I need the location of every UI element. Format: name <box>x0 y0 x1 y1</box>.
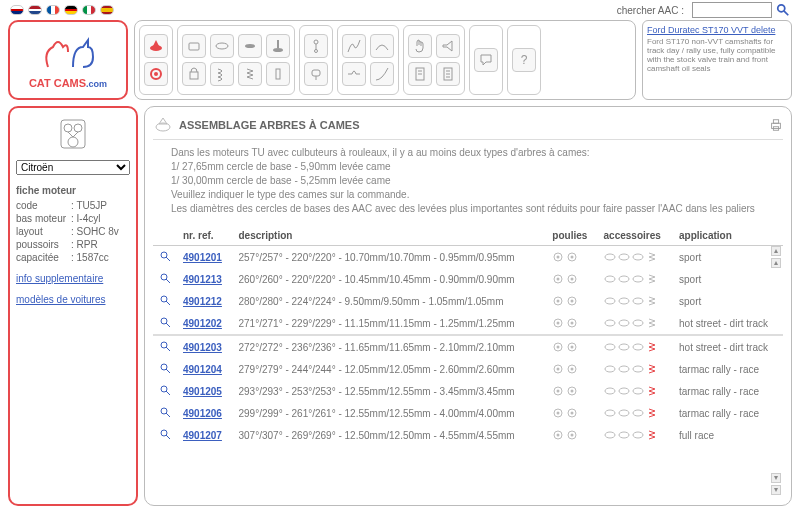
flag-uk[interactable] <box>10 5 24 15</box>
print-icon[interactable] <box>769 118 783 132</box>
pulley-icons[interactable] <box>552 408 591 418</box>
svg-point-101 <box>557 412 560 415</box>
svg-point-40 <box>571 256 574 259</box>
magnify-icon[interactable] <box>159 406 171 418</box>
tool-doc-icon[interactable] <box>408 62 432 86</box>
tool-curve1-icon[interactable] <box>342 34 366 58</box>
accessory-icons[interactable] <box>604 342 667 352</box>
search-icon[interactable] <box>776 3 790 17</box>
ref-link[interactable]: 4901212 <box>183 296 222 307</box>
tool-cam-red-icon[interactable] <box>144 34 168 58</box>
tool-megaphone-icon[interactable] <box>436 34 460 58</box>
tool-rod-icon[interactable] <box>304 34 328 58</box>
sidebar: Citroën fiche moteur code: TU5JPbas mote… <box>8 106 138 506</box>
svg-point-79 <box>633 344 643 350</box>
flag-es[interactable] <box>100 5 114 15</box>
cell-description: 271°/271° - 229°/229° - 11.15mm/11.15mm … <box>232 312 546 335</box>
tool-curve4-icon[interactable] <box>370 62 394 86</box>
magnify-icon[interactable] <box>159 340 171 352</box>
accessory-icons[interactable] <box>604 386 667 396</box>
pulley-icons[interactable] <box>552 364 591 374</box>
tool-shim-icon[interactable] <box>238 34 262 58</box>
ref-link[interactable]: 4901202 <box>183 318 222 329</box>
accessory-icons[interactable] <box>604 252 667 262</box>
accessory-icons[interactable] <box>604 318 667 328</box>
cell-application: hot street - dirt track <box>673 336 783 359</box>
svg-rect-25 <box>61 120 85 148</box>
pulley-icons[interactable] <box>552 274 591 284</box>
tool-lock-icon[interactable] <box>182 62 206 86</box>
pulley-icons[interactable] <box>552 386 591 396</box>
brand-select[interactable]: Citroën <box>16 160 130 175</box>
pulley-icons[interactable] <box>552 252 591 262</box>
magnify-icon[interactable] <box>159 294 171 306</box>
flag-fr[interactable] <box>46 5 60 15</box>
tool-spring-icon[interactable] <box>210 62 234 86</box>
tool-curve3-icon[interactable] <box>342 62 366 86</box>
scroll-up-icon[interactable]: ▴ <box>771 246 781 256</box>
svg-point-74 <box>557 346 560 349</box>
accessory-icons[interactable] <box>604 296 667 306</box>
flag-de[interactable] <box>64 5 78 15</box>
table-scroll[interactable]: nr. ref. description poulies accessoires… <box>153 226 783 497</box>
table-row: 4901206299°/299° - 261°/261° - 12.55mm/1… <box>153 402 783 424</box>
tool-piston-icon[interactable] <box>304 62 328 86</box>
svg-point-42 <box>619 254 629 260</box>
svg-point-105 <box>619 410 629 416</box>
pulley-icons[interactable] <box>552 318 591 328</box>
svg-point-9 <box>273 48 283 52</box>
scroll-down-icon[interactable]: ▾ <box>771 473 781 483</box>
tool-chat-icon[interactable] <box>474 48 498 72</box>
ref-link[interactable]: 4901206 <box>183 408 222 419</box>
tool-bucket-icon[interactable] <box>182 34 206 58</box>
magnify-icon[interactable] <box>159 384 171 396</box>
flag-it[interactable] <box>82 5 96 15</box>
logo[interactable]: CAT CAMS.com <box>8 20 128 100</box>
spec-row: code: TU5JP <box>16 200 130 211</box>
link-info-supplementaire[interactable]: info supplementaire <box>16 273 130 284</box>
ref-link[interactable]: 4901207 <box>183 430 222 441</box>
accessory-icons[interactable] <box>604 364 667 374</box>
flag-nl[interactable] <box>28 5 42 15</box>
svg-point-106 <box>633 410 643 416</box>
svg-line-36 <box>166 257 170 261</box>
magnify-icon[interactable] <box>159 272 171 284</box>
pulley-icons[interactable] <box>552 430 591 440</box>
tool-hand-icon[interactable] <box>408 34 432 58</box>
pulley-icons[interactable] <box>552 296 591 306</box>
magnify-icon[interactable] <box>159 250 171 262</box>
magnify-icon[interactable] <box>159 428 171 440</box>
accessory-icons[interactable] <box>604 430 667 440</box>
svg-point-43 <box>633 254 643 260</box>
tool-gear-red-icon[interactable] <box>144 62 168 86</box>
svg-point-27 <box>74 124 82 132</box>
tool-help-icon[interactable]: ? <box>512 48 536 72</box>
link-modeles-voitures[interactable]: modèles de voitures <box>16 294 130 305</box>
accessory-icons[interactable] <box>604 274 667 284</box>
col-ref: nr. ref. <box>177 226 232 246</box>
tool-valve-icon[interactable] <box>266 34 290 58</box>
tool-retainer-icon[interactable] <box>210 34 234 58</box>
scroll-down2-icon[interactable]: ▾ <box>771 485 781 495</box>
svg-point-92 <box>557 390 560 393</box>
tool-guide-icon[interactable] <box>266 62 290 86</box>
ref-link[interactable]: 4901203 <box>183 342 222 353</box>
magnify-icon[interactable] <box>159 362 171 374</box>
scroll-up2-icon[interactable]: ▴ <box>771 258 781 268</box>
spec-row: bas moteur: I-4cyl <box>16 213 130 224</box>
promo-box[interactable]: Ford Duratec ST170 VVT delete Ford ST170… <box>642 20 792 100</box>
ref-link[interactable]: 4901213 <box>183 274 222 285</box>
ref-link[interactable]: 4901204 <box>183 364 222 375</box>
accessory-icons[interactable] <box>604 408 667 418</box>
pulley-icons[interactable] <box>552 342 591 352</box>
tool-doc2-icon[interactable] <box>436 62 460 86</box>
magnify-icon[interactable] <box>159 316 171 328</box>
ref-link[interactable]: 4901205 <box>183 386 222 397</box>
ref-link[interactable]: 4901201 <box>183 252 222 263</box>
tool-spring2-icon[interactable] <box>238 62 262 86</box>
search-input[interactable] <box>692 2 772 18</box>
tool-curve2-icon[interactable] <box>370 34 394 58</box>
svg-rect-10 <box>190 72 198 79</box>
svg-point-68 <box>605 320 615 326</box>
svg-point-58 <box>571 300 574 303</box>
